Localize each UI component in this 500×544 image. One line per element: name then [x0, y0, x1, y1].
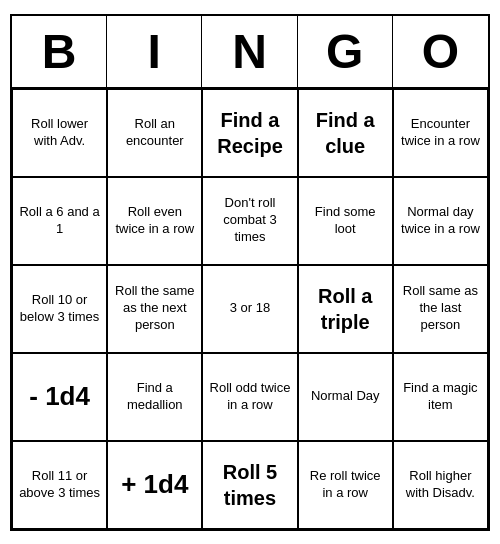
bingo-cell-15: - 1d4 [12, 353, 107, 441]
bingo-cell-3: Find a clue [298, 89, 393, 177]
bingo-cell-11: Roll the same as the next person [107, 265, 202, 353]
bingo-letter-b: B [12, 16, 107, 87]
bingo-cell-8: Find some loot [298, 177, 393, 265]
bingo-cell-18: Normal Day [298, 353, 393, 441]
bingo-letter-n: N [202, 16, 297, 87]
bingo-cell-5: Roll a 6 and a 1 [12, 177, 107, 265]
bingo-cell-13: Roll a triple [298, 265, 393, 353]
bingo-cell-17: Roll odd twice in a row [202, 353, 297, 441]
bingo-cell-0: Roll lower with Adv. [12, 89, 107, 177]
bingo-cell-6: Roll even twice in a row [107, 177, 202, 265]
bingo-letter-i: I [107, 16, 202, 87]
bingo-cell-9: Normal day twice in a row [393, 177, 488, 265]
bingo-card: BINGO Roll lower with Adv.Roll an encoun… [10, 14, 490, 531]
bingo-cell-20: Roll 11 or above 3 times [12, 441, 107, 529]
bingo-cell-19: Find a magic item [393, 353, 488, 441]
bingo-cell-4: Encounter twice in a row [393, 89, 488, 177]
bingo-cell-16: Find a medallion [107, 353, 202, 441]
bingo-cell-7: Don't roll combat 3 times [202, 177, 297, 265]
bingo-cell-14: Roll same as the last person [393, 265, 488, 353]
bingo-cell-21: + 1d4 [107, 441, 202, 529]
bingo-letter-g: G [298, 16, 393, 87]
bingo-cell-24: Roll higher with Disadv. [393, 441, 488, 529]
bingo-header: BINGO [12, 16, 488, 89]
bingo-letter-o: O [393, 16, 488, 87]
bingo-cell-2: Find a Recipe [202, 89, 297, 177]
bingo-cell-10: Roll 10 or below 3 times [12, 265, 107, 353]
bingo-cell-23: Re roll twice in a row [298, 441, 393, 529]
bingo-cell-12: 3 or 18 [202, 265, 297, 353]
bingo-grid: Roll lower with Adv.Roll an encounterFin… [12, 89, 488, 529]
bingo-cell-22: Roll 5 times [202, 441, 297, 529]
bingo-cell-1: Roll an encounter [107, 89, 202, 177]
